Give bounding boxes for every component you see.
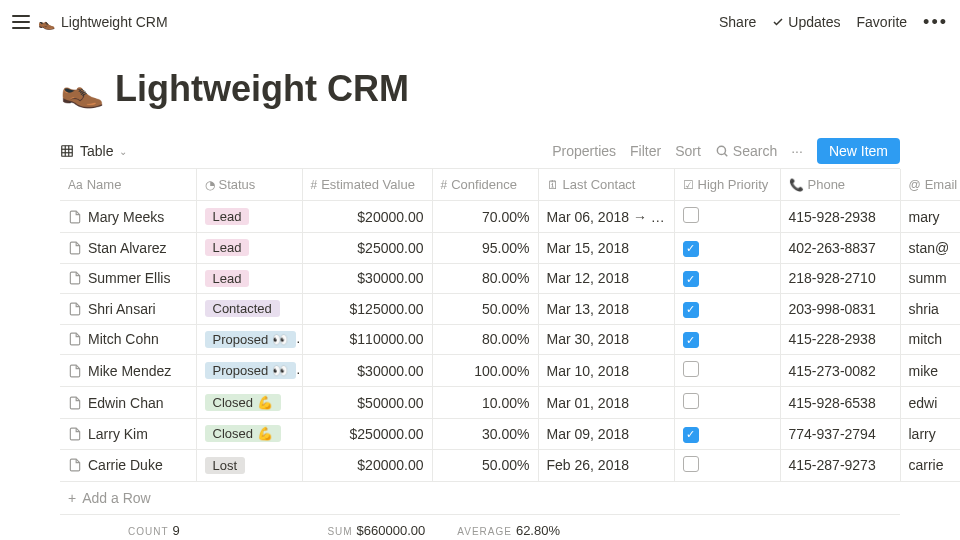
cell-status[interactable]: Proposed 👀 [196, 355, 302, 387]
cell-status[interactable]: Lead [196, 233, 302, 264]
cell-priority[interactable] [674, 201, 780, 233]
cell-priority[interactable] [674, 355, 780, 387]
add-row-button[interactable]: + Add a Row [60, 482, 900, 515]
cell-status[interactable]: Lead [196, 201, 302, 233]
table-row[interactable]: Carrie DukeLost$20000.0050.00%Feb 26, 20… [60, 449, 960, 481]
new-item-button[interactable]: New Item [817, 138, 900, 164]
cell-priority[interactable]: ✓ [674, 419, 780, 450]
cell-last[interactable]: Mar 15, 2018 [538, 233, 674, 264]
cell-name[interactable]: Shri Ansari [60, 294, 196, 325]
cell-conf[interactable]: 30.00% [432, 419, 538, 450]
more-icon[interactable]: ••• [923, 12, 948, 33]
cell-last[interactable]: Mar 10, 2018 [538, 355, 674, 387]
cell-last[interactable]: Mar 30, 2018 [538, 324, 674, 355]
cell-name[interactable]: Stan Alvarez [60, 233, 196, 264]
cell-phone[interactable]: 415-287-9273 [780, 449, 900, 481]
more-view-icon[interactable]: ··· [791, 143, 803, 159]
priority-checkbox[interactable]: ✓ [683, 271, 699, 287]
cell-last[interactable]: Mar 09, 2018 [538, 419, 674, 450]
view-tab[interactable]: Table ⌄ [60, 139, 127, 163]
cell-email[interactable]: mike [900, 355, 960, 387]
cell-est[interactable]: $30000.00 [302, 355, 432, 387]
cell-email[interactable]: edwi [900, 387, 960, 419]
cell-phone[interactable]: 774-937-2794 [780, 419, 900, 450]
favorite-button[interactable]: Favorite [857, 14, 908, 30]
cell-last[interactable]: Feb 26, 2018 [538, 449, 674, 481]
cell-email[interactable]: summ [900, 263, 960, 294]
breadcrumb[interactable]: 👞 Lightweight CRM [38, 14, 168, 30]
table-row[interactable]: Larry KimClosed 💪$250000.0030.00%Mar 09,… [60, 419, 960, 450]
cell-email[interactable]: stan@ [900, 233, 960, 264]
cell-name[interactable]: Mary Meeks [60, 201, 196, 233]
cell-status[interactable]: Lead [196, 263, 302, 294]
cell-est[interactable]: $125000.00 [302, 294, 432, 325]
priority-checkbox[interactable]: ✓ [683, 302, 699, 318]
cell-phone[interactable]: 203-998-0831 [780, 294, 900, 325]
cell-name[interactable]: Carrie Duke [60, 449, 196, 481]
col-email[interactable]: @Email [900, 169, 960, 201]
table-row[interactable]: Stan AlvarezLead$25000.0095.00%Mar 15, 2… [60, 233, 960, 264]
cell-est[interactable]: $250000.00 [302, 419, 432, 450]
cell-conf[interactable]: 10.00% [432, 387, 538, 419]
cell-last[interactable]: Mar 06, 2018 → Mar 0 [538, 201, 674, 233]
col-phone[interactable]: 📞Phone [780, 169, 900, 201]
cell-name[interactable]: Summer Ellis [60, 263, 196, 294]
priority-checkbox[interactable]: ✓ [683, 241, 699, 257]
cell-last[interactable]: Mar 01, 2018 [538, 387, 674, 419]
col-status[interactable]: ◔Status [196, 169, 302, 201]
priority-checkbox[interactable]: ✓ [683, 332, 699, 348]
priority-checkbox[interactable] [683, 456, 699, 472]
cell-est[interactable]: $20000.00 [302, 201, 432, 233]
properties-button[interactable]: Properties [552, 143, 616, 159]
cell-phone[interactable]: 402-263-8837 [780, 233, 900, 264]
cell-conf[interactable]: 100.00% [432, 355, 538, 387]
cell-phone[interactable]: 415-273-0082 [780, 355, 900, 387]
cell-email[interactable]: larry [900, 419, 960, 450]
cell-last[interactable]: Mar 13, 2018 [538, 294, 674, 325]
cell-conf[interactable]: 50.00% [432, 449, 538, 481]
col-priority[interactable]: ☑High Priority [674, 169, 780, 201]
cell-name[interactable]: Larry Kim [60, 419, 196, 450]
col-est[interactable]: #Estimated Value [302, 169, 432, 201]
table-row[interactable]: Summer EllisLead$30000.0080.00%Mar 12, 2… [60, 263, 960, 294]
col-name[interactable]: AaName [60, 169, 196, 201]
cell-priority[interactable]: ✓ [674, 294, 780, 325]
table-row[interactable]: Shri AnsariContacted$125000.0050.00%Mar … [60, 294, 960, 325]
cell-est[interactable]: $25000.00 [302, 233, 432, 264]
table-row[interactable]: Mary MeeksLead$20000.0070.00%Mar 06, 201… [60, 201, 960, 233]
cell-status[interactable]: Closed 💪 [196, 387, 302, 419]
table-row[interactable]: Mike MendezProposed 👀$30000.00100.00%Mar… [60, 355, 960, 387]
updates-button[interactable]: Updates [772, 14, 840, 30]
cell-name[interactable]: Edwin Chan [60, 387, 196, 419]
cell-phone[interactable]: 415-928-6538 [780, 387, 900, 419]
col-conf[interactable]: #Confidence [432, 169, 538, 201]
cell-email[interactable]: carrie [900, 449, 960, 481]
cell-priority[interactable]: ✓ [674, 324, 780, 355]
priority-checkbox[interactable] [683, 207, 699, 223]
cell-name[interactable]: Mitch Cohn [60, 324, 196, 355]
cell-status[interactable]: Contacted [196, 294, 302, 325]
cell-status[interactable]: Lost [196, 449, 302, 481]
cell-conf[interactable]: 70.00% [432, 201, 538, 233]
cell-priority[interactable]: ✓ [674, 263, 780, 294]
col-last[interactable]: 🗓Last Contact [538, 169, 674, 201]
search-button[interactable]: Search [715, 143, 777, 159]
sort-button[interactable]: Sort [675, 143, 701, 159]
cell-est[interactable]: $30000.00 [302, 263, 432, 294]
cell-last[interactable]: Mar 12, 2018 [538, 263, 674, 294]
cell-conf[interactable]: 50.00% [432, 294, 538, 325]
cell-priority[interactable] [674, 387, 780, 419]
priority-checkbox[interactable] [683, 361, 699, 377]
cell-email[interactable]: mary [900, 201, 960, 233]
cell-priority[interactable]: ✓ [674, 233, 780, 264]
cell-status[interactable]: Proposed 👀 [196, 324, 302, 355]
filter-button[interactable]: Filter [630, 143, 661, 159]
cell-est[interactable]: $50000.00 [302, 387, 432, 419]
cell-conf[interactable]: 80.00% [432, 324, 538, 355]
cell-phone[interactable]: 218-928-2710 [780, 263, 900, 294]
cell-email[interactable]: shria [900, 294, 960, 325]
cell-conf[interactable]: 95.00% [432, 233, 538, 264]
cell-priority[interactable] [674, 449, 780, 481]
table-row[interactable]: Mitch CohnProposed 👀$110000.0080.00%Mar … [60, 324, 960, 355]
share-button[interactable]: Share [719, 14, 756, 30]
